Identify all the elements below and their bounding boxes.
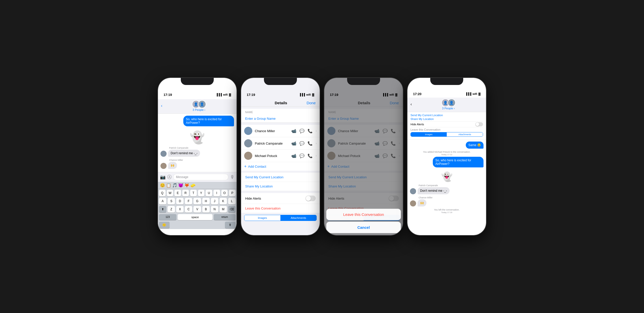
key-o[interactable]: O: [221, 190, 228, 196]
segment-attachments-4[interactable]: Attachments: [447, 132, 483, 136]
key-c[interactable]: C: [185, 206, 192, 213]
wifi-icon-2: wifi: [306, 93, 311, 96]
avatar-4b: 👤: [448, 99, 456, 107]
video-icon-3[interactable]: 📹: [291, 153, 296, 158]
send-location-2[interactable]: Send My Current Location: [241, 173, 320, 182]
key-row-bottom: 🙂 🎙: [158, 221, 237, 229]
key-n[interactable]: N: [211, 206, 218, 213]
key-row-1: Q W E R T Y U I O P: [158, 189, 237, 197]
key-space[interactable]: space: [178, 214, 212, 220]
key-shift[interactable]: ⬆: [159, 206, 166, 213]
key-r[interactable]: R: [182, 190, 189, 196]
phone-1-screen: 17:19 ▐▐▐ wifi ▓ ‹ 👤 👤 3 P: [158, 78, 237, 235]
key-delete[interactable]: ⌫: [228, 206, 236, 213]
details-info-4: Send My Current Location Share My Locati…: [407, 112, 486, 140]
chat-header-center-4: 👤 👤 3 People ›: [414, 99, 483, 110]
hide-alerts-toggle-4[interactable]: [475, 122, 483, 126]
people-label-4[interactable]: 3 People ›: [442, 107, 455, 110]
contact-avatar-3: [244, 152, 252, 160]
add-contact-row-2[interactable]: + Add Contact: [241, 162, 320, 171]
message-icon-3[interactable]: 💬: [299, 153, 305, 158]
leave-conversation-2[interactable]: Leave this Conversation: [241, 204, 320, 213]
details-done-2[interactable]: Done: [307, 101, 316, 105]
key-s[interactable]: S: [168, 198, 175, 204]
left-msg-4: You left the conversation.Today 17:19: [410, 208, 484, 214]
key-row-4: 123 space return: [158, 213, 237, 221]
phone-3: 17:19 ▐▐▐ wifi ▓ Details Done NAME Enter: [324, 78, 403, 235]
hide-alerts-toggle-2[interactable]: [306, 196, 316, 201]
key-e[interactable]: E: [174, 190, 181, 196]
hide-alerts-row-4: Hide Alerts: [410, 121, 483, 126]
avatar-1b: 👤: [198, 100, 206, 108]
key-x[interactable]: X: [176, 206, 184, 213]
back-button-1[interactable]: ‹: [161, 103, 162, 108]
bubble-text-incoming-2: 🙌: [168, 162, 177, 169]
segment-control-2: Images Attachments: [244, 215, 317, 221]
add-contact-label-2: Add Contact: [248, 165, 266, 168]
bubble-text-incoming-1: Don't remind me -_-: [168, 150, 200, 157]
message-input-1[interactable]: Message: [173, 174, 228, 180]
phone-2: 17:19 ▐▐▐ wifi ▓ Details Done NAME Enter…: [241, 78, 320, 235]
key-g[interactable]: G: [193, 198, 201, 204]
segment-images-2[interactable]: Images: [244, 215, 280, 221]
group-name-input-2[interactable]: Enter a Group Name: [241, 115, 320, 123]
leave-label-4: Leave this Conversation: [410, 127, 483, 131]
key-t[interactable]: T: [190, 190, 197, 196]
send-location-4[interactable]: Send My Current Location: [410, 114, 483, 117]
key-h[interactable]: H: [202, 198, 210, 204]
key-a[interactable]: A: [159, 198, 166, 204]
key-w[interactable]: W: [167, 190, 173, 196]
video-icon-2[interactable]: 📹: [291, 141, 296, 146]
share-location-2[interactable]: Share My Location: [241, 182, 320, 191]
key-q[interactable]: Q: [159, 190, 166, 196]
phone-icon-2[interactable]: 📞: [308, 141, 313, 146]
key-y[interactable]: Y: [198, 190, 205, 196]
key-i[interactable]: I: [213, 190, 220, 196]
key-123[interactable]: 123: [159, 214, 176, 220]
key-f[interactable]: F: [185, 198, 192, 204]
incoming-bubble-1: Patrick Campanale Don't remind me -_-: [160, 147, 234, 157]
action-sheet-3: Leave this Conversation: [326, 209, 401, 220]
phone-icon-1[interactable]: 📞: [308, 129, 313, 133]
key-j[interactable]: J: [211, 198, 218, 204]
key-l[interactable]: L: [228, 198, 236, 204]
segment-attachments-2[interactable]: Attachments: [280, 215, 316, 221]
contact-name-1: Chance Miller: [255, 129, 291, 133]
contact-avatar-1: [244, 127, 252, 135]
wifi-icon-1: wifi: [223, 93, 228, 96]
app-icon-1[interactable]: Ⓐ: [167, 174, 172, 180]
segment-images-4[interactable]: Images: [411, 132, 447, 136]
section-label-name-2: NAME: [241, 109, 320, 115]
message-icon-2[interactable]: 💬: [299, 141, 305, 146]
key-z[interactable]: Z: [168, 206, 175, 213]
add-icon-2: +: [244, 164, 246, 169]
location-section-2: Send My Current Location Share My Locati…: [241, 173, 320, 191]
back-button-4[interactable]: ‹: [410, 102, 412, 107]
key-k[interactable]: K: [220, 198, 227, 204]
phone-icon-3[interactable]: 📞: [308, 153, 313, 158]
time-1: 17:19: [164, 93, 172, 97]
key-p[interactable]: P: [229, 190, 236, 196]
key-mic[interactable]: 🎙: [225, 222, 236, 228]
bubble-text-4a: Don't remind me -_-: [418, 187, 450, 194]
bubble-text-4b: 🙌: [418, 199, 426, 206]
message-icon-1[interactable]: 💬: [299, 129, 305, 133]
action-cancel-button-3[interactable]: Cancel: [326, 222, 401, 233]
mic-icon-1[interactable]: 🎙: [230, 175, 235, 180]
key-b[interactable]: B: [202, 206, 210, 213]
video-icon-1[interactable]: 📹: [291, 129, 296, 133]
action-leave-button-3[interactable]: Leave this Conversation: [326, 209, 401, 220]
key-m[interactable]: M: [220, 206, 227, 213]
key-d[interactable]: D: [176, 198, 184, 204]
share-location-4[interactable]: Share My Location: [410, 117, 483, 120]
key-v[interactable]: V: [193, 206, 201, 213]
signal-icon-2: ▐▐▐: [299, 93, 305, 96]
key-emoji[interactable]: 🙂: [159, 222, 170, 228]
key-return[interactable]: return: [214, 214, 236, 220]
chat-header-center-1: 👤 👤 3 People ›: [164, 100, 234, 111]
chevron-2: ›: [316, 142, 317, 145]
camera-icon-1[interactable]: 📷: [160, 174, 166, 180]
contact-row-3: Michael Potuck 📹 💬 📞 ›: [241, 150, 320, 162]
key-u[interactable]: U: [206, 190, 212, 196]
people-label-1[interactable]: 3 People ›: [193, 108, 205, 111]
